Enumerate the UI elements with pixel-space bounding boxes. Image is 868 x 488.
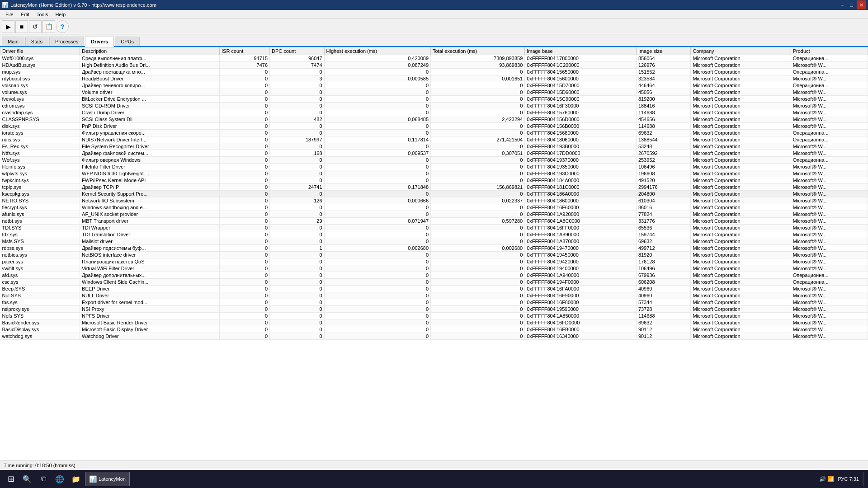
latencymon-taskbar-app[interactable]: 📊 LatencyMon — [85, 472, 130, 486]
table-row[interactable]: iorate.sysФильтр управления скоро...0000… — [0, 130, 868, 136]
table-row[interactable]: vwifilt.sysVirtual WiFi Filter Driver000… — [0, 265, 868, 272]
table-row[interactable]: cdrom.sysSCSI CD-ROM Driver00000xFFFFF80… — [0, 103, 868, 109]
table-cell-5: 0 — [431, 258, 525, 265]
table-row[interactable]: ksecpkg.sysKernel Security Support Pro..… — [0, 191, 868, 197]
table-row[interactable]: Fs_Rec.sysFile System Recognizer Driver0… — [0, 143, 868, 150]
table-row[interactable]: Nul.SYSNULL Driver00000xFFFFF804'16F9000… — [0, 292, 868, 299]
explorer-button[interactable]: 📁 — [69, 472, 83, 486]
table-cell-8: Microsoft Corporation — [691, 89, 791, 96]
table-cell-6: 0xFFFFF804'15D60000 — [525, 89, 637, 96]
menu-help[interactable]: Help — [52, 11, 69, 18]
start-button[interactable]: ⊞ — [4, 472, 18, 486]
table-row[interactable]: tdx.sysTDI Translation Driver00000xFFFFF… — [0, 231, 868, 238]
table-row[interactable]: afunix.sysAF_UNIX socket provider00000xF… — [0, 211, 868, 218]
table-cell-6: 0xFFFFF804'17DD0000 — [525, 150, 637, 157]
close-button[interactable]: ✕ — [857, 0, 866, 9]
table-row[interactable]: ndis.sysNDIS (Network Driver Interf...01… — [0, 136, 868, 143]
export-button[interactable]: 📋 — [42, 20, 55, 33]
col-isr-count[interactable]: ISR count — [219, 47, 269, 55]
table-cell-9: Microsoft® W... — [791, 170, 868, 177]
table-cell-5: 0 — [431, 333, 525, 340]
col-product[interactable]: Product — [791, 47, 868, 55]
col-total-exec[interactable]: Total execution (ms) — [431, 47, 525, 55]
table-row[interactable]: volsnap.sysДрайвер теневого копиро...000… — [0, 82, 868, 89]
table-row[interactable]: disk.sysPnP Disk Driver00000xFFFFF804'15… — [0, 123, 868, 130]
table-row[interactable]: fvevol.sysBitLocker Drive Encryption ...… — [0, 96, 868, 103]
table-row[interactable]: Npfs.SYSNPFS Driver00000xFFFFF804'1A8500… — [0, 313, 868, 319]
table-row[interactable]: Wof.sysФильтр оверлея Windows00000xFFFFF… — [0, 157, 868, 164]
table-row[interactable]: Ntfs.sysДрайвер файловой систем...01680,… — [0, 150, 868, 157]
tab-drivers[interactable]: Drivers — [85, 37, 114, 47]
table-cell-1: SCSI CD-ROM Driver — [80, 103, 220, 109]
table-cell-7: 253952 — [636, 157, 691, 164]
refresh-button[interactable]: ↺ — [29, 20, 42, 33]
table-row[interactable]: flecrypt.sysWindows sandboxing and e...0… — [0, 204, 868, 211]
stop-button[interactable]: ■ — [15, 20, 28, 33]
table-cell-0: Wdf01000.sys — [0, 55, 80, 62]
table-row[interactable]: netbios.sysNetBIOS interface driver00000… — [0, 252, 868, 258]
table-cell-8: Microsoft Corporation — [691, 177, 791, 184]
minimize-button[interactable]: − — [838, 0, 846, 9]
table-row[interactable]: wfplwfs.sysWFP NDIS 6.30 Lightweight ...… — [0, 170, 868, 177]
menu-file[interactable]: File — [2, 11, 17, 18]
col-company[interactable]: Company — [691, 47, 791, 55]
table-row[interactable]: HDAudBus.sysHigh Definition Audio Bus Dr… — [0, 62, 868, 69]
table-row[interactable]: nsiproxy.sysNSI Proxy00000xFFFFF804'1959… — [0, 306, 868, 313]
tab-stats[interactable]: Stats — [25, 37, 48, 46]
table-row[interactable]: netbt.sysMBT Transport driver0290,071947… — [0, 218, 868, 225]
table-row[interactable]: afd.sysДрайвер дополнительных...00000xFF… — [0, 272, 868, 279]
table-cell-0: Npfs.SYS — [0, 313, 80, 319]
table-row[interactable]: crashdmp.sysCrash Dump Driver00000xFFFFF… — [0, 109, 868, 116]
table-cell-8: Microsoft Corporation — [691, 231, 791, 238]
tab-main[interactable]: Main — [2, 37, 24, 46]
table-row[interactable]: tcpip.sysДрайвер TCP/IP0247410,171848156… — [0, 184, 868, 191]
table-cell-5: 93,869830 — [431, 62, 525, 69]
table-row[interactable]: BasicDisplay.sysMicrosoft Basic Display … — [0, 326, 868, 333]
col-dpc-count[interactable]: DPC count — [270, 47, 325, 55]
table-row[interactable]: mup.sysДрайвер поставщика мно...00000xFF… — [0, 69, 868, 75]
col-driver-file[interactable]: Driver file — [0, 47, 80, 55]
col-description[interactable]: Description — [80, 47, 220, 55]
table-row[interactable]: csc.sysWindows Client Side Cachin...0000… — [0, 279, 868, 286]
table-cell-5: 0 — [431, 170, 525, 177]
table-row[interactable]: volume.sysVolume driver00000xFFFFF804'15… — [0, 89, 868, 96]
table-row[interactable]: NETIO.SYSNetwork I/O Subsystem01260,0006… — [0, 197, 868, 204]
table-row[interactable]: rdyboost.sysReadyBoost Driver030,0005850… — [0, 75, 868, 82]
taskview-button[interactable]: ⧉ — [36, 472, 51, 486]
table-cell-6: 0xFFFFF804'1A8C0000 — [525, 218, 637, 225]
table-cell-7: 106496 — [636, 164, 691, 170]
tab-cpus[interactable]: CPUs — [115, 37, 140, 46]
table-row[interactable]: TDI.SYSTDI Wrapper00000xFFFFF804'16FF000… — [0, 225, 868, 231]
show-desktop-button[interactable] — [863, 472, 864, 486]
table-cell-7: 606208 — [636, 279, 691, 286]
table-row[interactable]: fileinfo.sysFileInfo Filter Driver00000x… — [0, 164, 868, 170]
menu-tools[interactable]: Tools — [33, 11, 52, 18]
table-row[interactable]: fwpkclnt.sysFWP/IPsec Kernel-Mode API000… — [0, 177, 868, 184]
table-cell-5: 271,421504 — [431, 136, 525, 143]
tab-processes[interactable]: Processes — [49, 37, 84, 46]
col-image-base[interactable]: Image base — [525, 47, 637, 55]
table-cell-6: 0xFFFFF804'16340000 — [525, 333, 637, 340]
table-row[interactable]: tbs.sysExport driver for kernel mod...00… — [0, 299, 868, 306]
table-cell-3: 0 — [270, 238, 325, 245]
table-row[interactable]: Wdf01000.sysСреда выполнения платф...947… — [0, 55, 868, 62]
table-row[interactable]: Beep.SYSBEEP Driver00000xFFFFF804'16FA00… — [0, 286, 868, 292]
search-button[interactable]: 🔍 — [20, 472, 34, 486]
table-row[interactable]: rdbss.sysДрайвер подсистемы буф...010,00… — [0, 245, 868, 252]
menu-edit[interactable]: Edit — [17, 11, 33, 18]
table-cell-9: Операционна... — [791, 55, 868, 62]
table-row[interactable]: watchdog.sysWatchdog Driver00000xFFFFF80… — [0, 333, 868, 340]
table-cell-7: 204800 — [636, 191, 691, 197]
table-cell-0: volsnap.sys — [0, 82, 80, 89]
col-image-size[interactable]: Image size — [636, 47, 691, 55]
edge-button[interactable]: 🌐 — [52, 472, 67, 486]
help-button[interactable]: ? — [56, 20, 69, 33]
table-row[interactable]: CLASSPNP.SYSSCSI Class System Dll04820,0… — [0, 116, 868, 123]
table-row[interactable]: BasicRender.sysMicrosoft Basic Render Dr… — [0, 319, 868, 326]
table-row[interactable]: Msfs.SYSMailslot driver00000xFFFFF804'1A… — [0, 238, 868, 245]
table-row[interactable]: pacer.sysПланировщик пакетов QoS00000xFF… — [0, 258, 868, 265]
play-button[interactable]: ▶ — [2, 20, 14, 33]
col-highest-exec[interactable]: Highest execution (ms) — [324, 47, 430, 55]
table-cell-1: Kernel Security Support Pro... — [80, 191, 220, 197]
maximize-button[interactable]: □ — [847, 0, 856, 9]
